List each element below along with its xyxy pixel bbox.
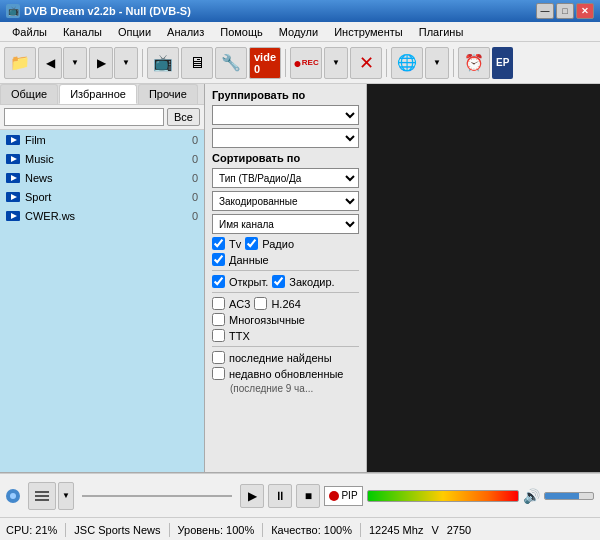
- channel-name-sport: Sport: [25, 191, 192, 203]
- content-wrapper: Общие Избранное Прочие Все Film 0 Musi: [0, 84, 600, 472]
- menu-help[interactable]: Помощь: [212, 24, 271, 40]
- menu-files[interactable]: Файлы: [4, 24, 55, 40]
- stop-button[interactable]: ■: [296, 484, 320, 508]
- search-input[interactable]: [4, 108, 164, 126]
- sort-dropdown-1[interactable]: Тип (ТВ/Радио/Да: [212, 168, 359, 188]
- channel-icon-film: [6, 135, 20, 145]
- menu-analyze[interactable]: Анализ: [159, 24, 212, 40]
- app-icon: 📺: [6, 4, 20, 18]
- menu-modules[interactable]: Модули: [271, 24, 326, 40]
- all-button[interactable]: Все: [167, 108, 200, 126]
- pip-button[interactable]: PIP: [324, 486, 362, 506]
- channel-item-film[interactable]: Film 0: [0, 130, 204, 149]
- toolbar-world-button[interactable]: 🌐: [391, 47, 423, 79]
- toolbar-tv-button[interactable]: 📺: [147, 47, 179, 79]
- status-sep-3: [262, 523, 263, 537]
- close-button[interactable]: ✕: [576, 3, 594, 19]
- channel-icon-cwer: [6, 211, 20, 221]
- sort-select-2[interactable]: Закодированные: [212, 191, 359, 211]
- checkbox-data-label: Данные: [229, 254, 269, 266]
- menu-plugins[interactable]: Плагины: [411, 24, 472, 40]
- channel-item-news[interactable]: News 0: [0, 168, 204, 187]
- checkbox-radio-label: Радио: [262, 238, 294, 250]
- group-by-select-2[interactable]: [212, 128, 359, 148]
- checkbox-row-ttx: TTX: [212, 329, 359, 342]
- checkbox-open-label: Открыт.: [229, 276, 268, 288]
- checkbox-encrypted-label: Закодир.: [289, 276, 334, 288]
- checkbox-row-open-enc: Открыт. Закодир.: [212, 275, 359, 288]
- toolbar-next-button[interactable]: ▶: [89, 47, 113, 79]
- play-button[interactable]: ▶: [240, 484, 264, 508]
- status-channel: JSC Sports News: [74, 524, 160, 536]
- tab-favorites[interactable]: Избранное: [59, 84, 137, 104]
- checkbox-ttx[interactable]: [212, 329, 225, 342]
- toolbar-record-button[interactable]: ●REC: [290, 47, 322, 79]
- signal-icon: [6, 489, 20, 503]
- channel-count-sport: 0: [192, 191, 198, 203]
- checkbox-open[interactable]: [212, 275, 225, 288]
- channel-item-music[interactable]: Music 0: [0, 149, 204, 168]
- left-panel: Общие Избранное Прочие Все Film 0 Musi: [0, 84, 205, 472]
- checkbox-data[interactable]: [212, 253, 225, 266]
- checkbox-encrypted[interactable]: [272, 275, 285, 288]
- toolbar-rec-dropdown-button[interactable]: ▼: [324, 47, 348, 79]
- transport-config-button[interactable]: [28, 482, 56, 510]
- menu-channels[interactable]: Каналы: [55, 24, 110, 40]
- checkbox-ac3[interactable]: [212, 297, 225, 310]
- maximize-button[interactable]: □: [556, 3, 574, 19]
- channel-item-cwer[interactable]: CWER.ws 0: [0, 206, 204, 225]
- sort-dropdown-2[interactable]: Закодированные: [212, 191, 359, 211]
- status-mode: V: [431, 524, 438, 536]
- group-by-dropdown-2[interactable]: [212, 128, 359, 148]
- window-controls: — □ ✕: [536, 3, 594, 19]
- channel-name-film: Film: [25, 134, 192, 146]
- menu-options[interactable]: Опции: [110, 24, 159, 40]
- status-sep-1: [65, 523, 66, 537]
- sort-select-1[interactable]: Тип (ТВ/Радио/Да: [212, 168, 359, 188]
- pause-button[interactable]: ⏸: [268, 484, 292, 508]
- tab-general[interactable]: Общие: [0, 84, 58, 104]
- toolbar-prev-button[interactable]: ◀: [38, 47, 62, 79]
- toolbar-settings-button[interactable]: 🔧: [215, 47, 247, 79]
- toolbar-world-dropdown-button[interactable]: ▼: [425, 47, 449, 79]
- svg-rect-13: [35, 495, 49, 497]
- sort-dropdown-3[interactable]: Имя канала: [212, 214, 359, 234]
- channel-item-sport[interactable]: Sport 0: [0, 187, 204, 206]
- toolbar-separator-3: [386, 49, 387, 77]
- toolbar-clock-button[interactable]: ⏰: [458, 47, 490, 79]
- channel-list[interactable]: Film 0 Music 0 News 0: [0, 130, 204, 472]
- toolbar-stop-button[interactable]: ✕: [350, 47, 382, 79]
- volume-bar[interactable]: [544, 492, 594, 500]
- transport-dropdown-button[interactable]: ▼: [58, 482, 74, 510]
- toolbar-dropdown-button[interactable]: ▼: [63, 47, 87, 79]
- toolbar-open-button[interactable]: 📁: [4, 47, 36, 79]
- toolbar-video-button[interactable]: vide0: [249, 47, 281, 79]
- toolbar-monitor-button[interactable]: 🖥: [181, 47, 213, 79]
- minimize-button[interactable]: —: [536, 3, 554, 19]
- checkbox-multilang[interactable]: [212, 313, 225, 326]
- group-by-select-1[interactable]: [212, 105, 359, 125]
- group-by-dropdown-1[interactable]: [212, 105, 359, 125]
- checkbox-last-found[interactable]: [212, 351, 225, 364]
- menu-tools[interactable]: Инструменты: [326, 24, 411, 40]
- tab-other[interactable]: Прочие: [138, 84, 198, 104]
- status-level: Уровень: 100%: [178, 524, 255, 536]
- checkbox-tv[interactable]: [212, 237, 225, 250]
- right-panel: Группировать по Сортировать по Тип (ТВ/Р…: [205, 84, 600, 472]
- toolbar-next-dropdown-button[interactable]: ▼: [114, 47, 138, 79]
- transport-bar: ▼ ▶ ⏸ ■ PIP 🔊: [0, 473, 600, 517]
- checkbox-h264[interactable]: [254, 297, 267, 310]
- window-title: DVB Dream v2.2b - Null (DVB-S): [24, 5, 191, 17]
- checkbox-row-ac3-h264: AC3 H.264: [212, 297, 359, 310]
- sort-select-3[interactable]: Имя канала: [212, 214, 359, 234]
- status-freq: 12245 Mhz: [369, 524, 423, 536]
- checkbox-recently-updated[interactable]: [212, 367, 225, 380]
- status-sep-4: [360, 523, 361, 537]
- toolbar: 📁 ◀ ▼ ▶ ▼ 📺 🖥 🔧 vide0 ●REC ▼ ✕ 🌐 ▼ ⏰ EP: [0, 42, 600, 84]
- checkbox-radio[interactable]: [245, 237, 258, 250]
- status-bar: CPU: 21% JSC Sports News Уровень: 100% К…: [0, 517, 600, 540]
- toolbar-epg-badge[interactable]: EP: [492, 47, 513, 79]
- volume-icon[interactable]: 🔊: [523, 488, 540, 504]
- channel-icon-music: [6, 154, 20, 164]
- group-by-label: Группировать по: [212, 89, 359, 101]
